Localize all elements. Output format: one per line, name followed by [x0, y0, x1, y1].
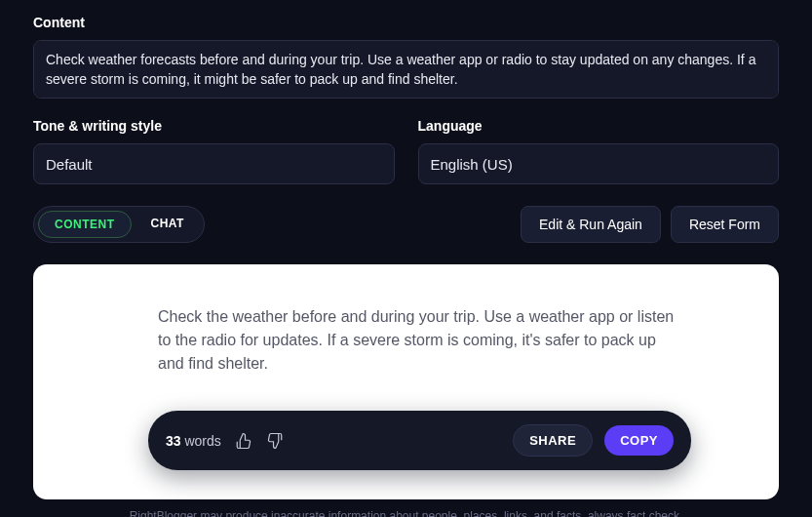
tab-chat[interactable]: CHAT	[135, 211, 200, 238]
disclaimer-text: RightBlogger may produce inaccurate info…	[33, 509, 779, 517]
result-card: Check the weather before and during your…	[33, 264, 779, 499]
edit-run-again-button[interactable]: Edit & Run Again	[521, 206, 661, 243]
tone-select[interactable]: Default	[33, 143, 395, 184]
content-label: Content	[33, 15, 779, 30]
tone-label: Tone & writing style	[33, 118, 395, 134]
word-count-label: words	[184, 433, 220, 449]
thumbs-down-icon[interactable]	[266, 432, 284, 450]
tone-value: Default	[46, 156, 93, 173]
result-text: Check the weather before and during your…	[158, 305, 681, 376]
share-button[interactable]: SHARE	[513, 424, 593, 457]
word-count-number: 33	[166, 433, 181, 449]
copy-button[interactable]: COPY	[604, 425, 674, 456]
reset-form-button[interactable]: Reset Form	[671, 206, 779, 243]
result-footer: 33 words SHARE COPY	[148, 411, 691, 470]
tab-group: CONTENT CHAT	[33, 206, 205, 243]
language-label: Language	[418, 118, 780, 134]
content-textarea[interactable]	[33, 40, 779, 99]
thumbs-up-icon[interactable]	[235, 432, 252, 450]
language-value: English (US)	[431, 156, 513, 173]
tab-content[interactable]: CONTENT	[38, 211, 132, 238]
word-count: 33 words	[166, 432, 284, 450]
language-select[interactable]: English (US)	[418, 143, 780, 184]
